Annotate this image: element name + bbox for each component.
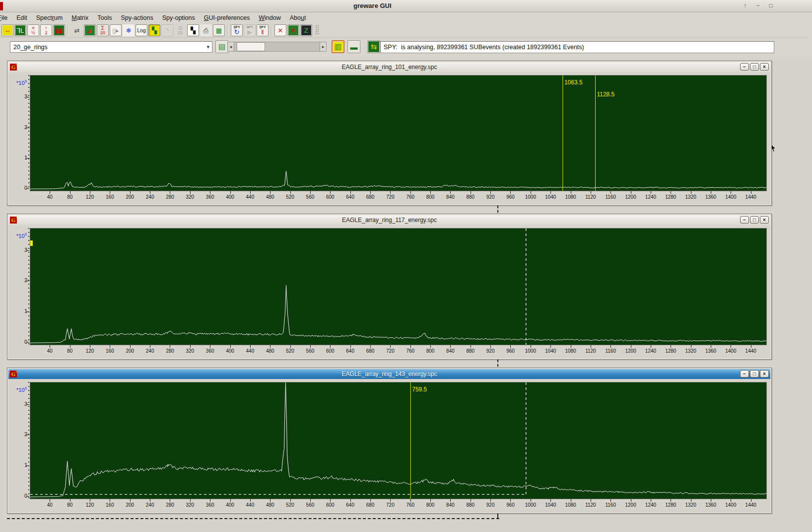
- z-gate-icon[interactable]: Z: [300, 24, 312, 36]
- tile-horizontal-icon[interactable]: ▬: [347, 40, 360, 53]
- sum-gate-icon[interactable]: Σ20: [97, 24, 109, 36]
- shade-button[interactable]: ↑: [741, 1, 749, 10]
- spy-refresh-icon[interactable]: SPY↻: [231, 24, 243, 36]
- spectrum-plot[interactable]: 759.5: [30, 382, 767, 499]
- autoscale-icon[interactable]: ⇔: [1, 24, 13, 36]
- x-tick-mark: [691, 499, 691, 502]
- shrink-half-icon[interactable]: ×½: [27, 24, 39, 36]
- menu-spy-options[interactable]: Spy-options: [158, 13, 200, 22]
- x-tick-mark: [90, 191, 90, 194]
- maximize-button[interactable]: □: [750, 370, 759, 378]
- print-icon-glyph: ⎙: [203, 27, 208, 34]
- window-titlebar[interactable]: G+ EAGLE_array_ring_101_energy.spc − □ ×: [8, 62, 770, 72]
- minimize-button[interactable]: −: [753, 1, 762, 10]
- window-titlebar[interactable]: G+ EAGLE_array_ring_143_energy.spc − □ ×: [8, 369, 770, 379]
- window-buttons: − □ ×: [740, 370, 769, 378]
- y-tick-label: 1: [15, 154, 27, 160]
- maximize-button[interactable]: □: [750, 216, 759, 224]
- x-tick-mark: [250, 191, 251, 194]
- slice-icon[interactable]: ▯▸: [110, 24, 122, 36]
- spectrum-plot[interactable]: 1063.51128.5: [30, 75, 767, 191]
- scrollbar-thumb[interactable]: [237, 42, 265, 51]
- menu-spectrum[interactable]: Spectrum: [32, 13, 68, 22]
- x-tick-label: 760: [403, 348, 418, 354]
- x-tick-mark: [330, 345, 331, 348]
- peak-search-icon[interactable]: ▲: [84, 24, 96, 36]
- x-tick-label: 520: [283, 194, 298, 200]
- expand-2-icon[interactable]: ↑2: [40, 24, 52, 36]
- minimize-button[interactable]: −: [740, 63, 749, 71]
- clear-spectrum-icon[interactable]: ✕: [274, 24, 286, 36]
- spy-pause-icon[interactable]: SPY‖: [257, 24, 269, 36]
- partial-icon[interactable]: ◗: [0, 24, 0, 36]
- app-titlebar[interactable]: greware GUI ↑−□: [0, 0, 812, 12]
- x-tick-mark: [290, 499, 291, 502]
- freeze-icon[interactable]: ❄: [123, 24, 135, 36]
- print-icon[interactable]: ⎙: [200, 24, 212, 36]
- linear-scale-icon[interactable]: ⅂L: [14, 24, 26, 36]
- x-tick-mark: [751, 191, 751, 194]
- menu-gui-preferences[interactable]: GUI-preferences: [200, 13, 254, 22]
- spy-pause-icon-glyph: ‖: [261, 29, 264, 35]
- invert-icon[interactable]: ▚: [187, 24, 199, 36]
- x-tick-label: 120: [82, 348, 97, 354]
- spectrum-group-select[interactable]: 20_ge_rings ▾: [10, 41, 212, 53]
- close-button[interactable]: ×: [760, 370, 769, 378]
- x-tick-mark: [631, 345, 631, 348]
- x-tick-label: 120: [82, 502, 97, 508]
- toolbar-grip[interactable]: [316, 25, 320, 35]
- x-tick-label: 600: [323, 502, 338, 508]
- spectrum-plot[interactable]: [30, 228, 767, 345]
- spy-start-icon[interactable]: SPY▶: [244, 24, 256, 36]
- x-tick-label: 1160: [603, 348, 618, 354]
- scrollbar-trough[interactable]: [234, 42, 320, 52]
- x-tick-label: 1160: [603, 194, 618, 200]
- menu-spy-actions[interactable]: Spy-actions: [116, 13, 157, 22]
- overlay-icon[interactable]: ▚: [148, 24, 160, 36]
- x-tick-label: 640: [343, 502, 358, 508]
- reload-list-icon[interactable]: ▤: [215, 40, 228, 53]
- x-tick-label: 400: [223, 502, 238, 508]
- x-tick-mark: [631, 191, 631, 194]
- expand-x-icon[interactable]: ⇄: [71, 24, 83, 36]
- swap-spectra-icon[interactable]: ⇆: [367, 40, 380, 53]
- maximize-button[interactable]: □: [750, 63, 759, 71]
- menu-about[interactable]: About: [285, 13, 311, 22]
- menu-tools[interactable]: Tools: [93, 13, 116, 22]
- menu-edit[interactable]: Edit: [12, 13, 32, 22]
- menu-file[interactable]: File: [0, 13, 12, 22]
- log-scale-button[interactable]: Log: [135, 24, 147, 36]
- x-tick-mark: [110, 499, 110, 502]
- close-button[interactable]: ×: [760, 216, 769, 224]
- close-button[interactable]: ×: [760, 63, 769, 71]
- scroll-left-icon[interactable]: ◂: [227, 42, 234, 52]
- scroll-right-icon[interactable]: ▸: [320, 42, 327, 52]
- x-tick-label: 600: [323, 194, 338, 200]
- smooth-curve-icon[interactable]: ◝: [161, 24, 173, 36]
- clear-spectrum-icon-glyph: ✕: [278, 27, 283, 34]
- x-tick-label: 1080: [563, 502, 578, 508]
- x-tick-mark: [50, 191, 50, 194]
- x-tick-label: 800: [423, 502, 438, 508]
- tile-vertical-icon[interactable]: ▥: [332, 40, 344, 53]
- x-tick-mark: [190, 191, 191, 194]
- minimize-button[interactable]: −: [740, 370, 749, 378]
- x-tick-label: 840: [443, 502, 458, 508]
- x-tick-label: 1320: [683, 194, 698, 200]
- clear-all-icon[interactable]: ✕: [287, 24, 299, 36]
- x-tick-label: 920: [483, 194, 498, 200]
- x-tick-label: 1440: [744, 194, 758, 200]
- matrix-table-icon[interactable]: ▦: [213, 24, 225, 36]
- window-titlebar[interactable]: G+ EAGLE_array_ring_117_energy.spc − □ ×: [8, 215, 770, 225]
- zoom-20-icon[interactable]: ⊙20: [174, 24, 186, 36]
- spectrum-scrollbar[interactable]: ◂ ▸: [227, 42, 327, 52]
- menu-window[interactable]: Window: [254, 13, 285, 22]
- full-range-icon[interactable]: ▮▮: [53, 24, 65, 36]
- x-tick-mark: [250, 345, 251, 348]
- x-tick-label: 760: [403, 194, 418, 200]
- minimize-button[interactable]: −: [740, 216, 749, 224]
- x-tick-mark: [290, 345, 291, 348]
- menu-matrix[interactable]: Matrix: [67, 13, 93, 22]
- x-tick-mark: [190, 345, 191, 348]
- maximize-button[interactable]: □: [766, 1, 775, 10]
